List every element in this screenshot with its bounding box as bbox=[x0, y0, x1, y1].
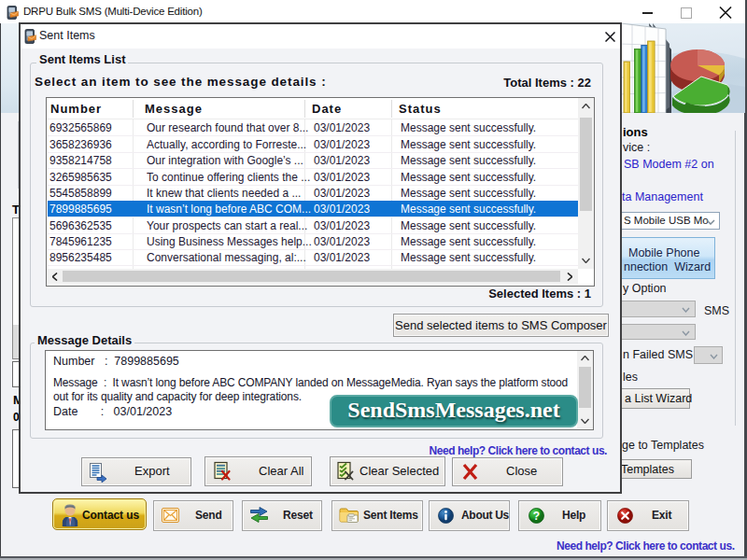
svg-text:?: ? bbox=[533, 510, 540, 523]
